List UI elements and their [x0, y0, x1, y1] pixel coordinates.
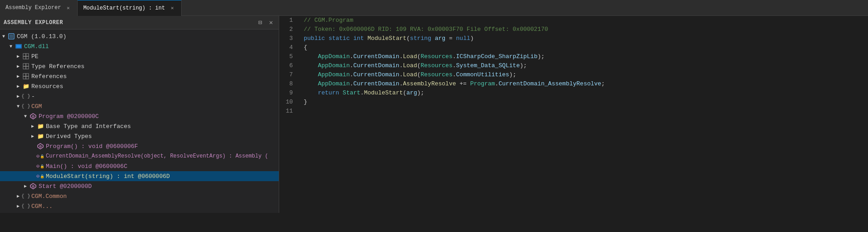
tree-item-derived-types[interactable]: ▶ 📁 Derived Types	[0, 131, 279, 141]
tree-item-assembly-resolve[interactable]: 🔒 CurrentDomain_AssemblyResolve(object, …	[0, 151, 279, 161]
method-lock-icon: 🔒	[36, 172, 44, 180]
tree-item-references[interactable]: ▶ References	[0, 71, 279, 81]
pe-icon	[22, 52, 30, 60]
method-icon	[36, 142, 44, 150]
node-label: Main() : void @0600006C	[46, 163, 127, 170]
namespace-icon: { }	[22, 192, 30, 200]
tree-item-start-class[interactable]: ▶ Start @0200000D	[0, 181, 279, 191]
tab-label: Assembly Explorer	[5, 5, 61, 11]
collapse-btn[interactable]: ⊟	[256, 19, 264, 27]
namespace-icon: { }	[22, 102, 30, 110]
code-line-5: 5 AppDomain.CurrentDomain.Load(Resources…	[279, 52, 868, 61]
svg-marker-25	[37, 176, 39, 178]
tree-item-namespace-cgm-more[interactable]: ▶ { } CGM...	[0, 201, 279, 211]
code-line-3: 3 public static int ModuleStart(string a…	[279, 34, 868, 43]
line-content: AppDomain.CurrentDomain.Load(Resources.S…	[302, 61, 868, 70]
type-refs-icon	[22, 62, 30, 70]
main-area: Assembly Explorer ⊟ ✕ ▼ CGM (1.0.13.0)	[0, 16, 868, 213]
svg-rect-6	[23, 56, 26, 59]
tab-module-start[interactable]: ModuleStart(string) : int ✕	[78, 0, 182, 16]
svg-rect-10	[23, 66, 26, 69]
node-label: ModuleStart(string) : int @0600006D	[46, 173, 170, 180]
node-label: Program @0200000C	[39, 113, 99, 120]
line-content: AppDomain.CurrentDomain.Load(Resources.I…	[302, 52, 868, 61]
tab-close-module-start[interactable]: ✕	[168, 5, 176, 12]
tree-area[interactable]: ▼ CGM (1.0.13.0) ▼ CGM.dll	[0, 30, 279, 213]
svg-rect-12	[23, 74, 26, 76]
node-label: PE	[31, 53, 39, 60]
svg-rect-7	[26, 56, 29, 59]
node-label: Resources	[31, 83, 63, 90]
code-line-9: 9 return Start.ModuleStart(arg);	[279, 89, 868, 98]
tree-item-base-types[interactable]: ▶ 📁 Base Type and Interfaces	[0, 121, 279, 131]
expand-icon: ▶	[15, 83, 22, 90]
expand-icon: ▶	[22, 183, 29, 190]
node-label: Derived Types	[46, 133, 92, 140]
tree-item-type-refs[interactable]: ▶ Type References	[0, 61, 279, 71]
line-content: return Start.ModuleStart(arg);	[302, 89, 868, 98]
node-label: CurrentDomain_AssemblyResolve(object, Re…	[46, 153, 268, 159]
tree-item-module-start[interactable]: 🔒 ModuleStart(string) : int @0600006D	[0, 171, 279, 181]
code-panel: 1 // CGM.Program 2 // Token: 0x0600006D …	[279, 16, 868, 213]
svg-rect-4	[23, 54, 26, 56]
tree-item-namespace-cgm[interactable]: ▼ { } CGM	[0, 101, 279, 111]
node-label: CGM.Common	[31, 193, 67, 200]
line-number: 8	[279, 79, 302, 89]
line-number: 3	[279, 34, 302, 43]
node-label: -	[31, 93, 35, 100]
tree-item-pe[interactable]: ▶ PE	[0, 51, 279, 61]
tree-item-main[interactable]: 🔒 Main() : void @0600006C	[0, 161, 279, 171]
tree-item-brace-dash[interactable]: ▶ { } -	[0, 91, 279, 101]
panel-header: Assembly Explorer ⊟ ✕	[0, 16, 279, 30]
namespace-icon: { }	[22, 92, 30, 100]
svg-rect-15	[26, 76, 29, 79]
node-label: Type References	[31, 63, 84, 70]
line-number: 10	[279, 98, 302, 107]
module-icon	[15, 42, 23, 50]
node-label: Start @0200000D	[39, 183, 92, 190]
node-label: CGM	[31, 103, 42, 110]
code-area[interactable]: 1 // CGM.Program 2 // Token: 0x0600006D …	[279, 16, 868, 213]
tree-item-ctor[interactable]: Program() : void @0600006F	[0, 141, 279, 151]
line-content: // Token: 0x0600006D RID: 109 RVA: 0x000…	[302, 25, 868, 34]
tree-item-cgm-assembly[interactable]: ▼ CGM (1.0.13.0)	[0, 31, 279, 41]
tab-close-assembly[interactable]: ✕	[64, 4, 72, 11]
code-line-4: 4 {	[279, 43, 868, 52]
folder-icon: 📁	[36, 122, 44, 130]
folder-icon: 📁	[22, 82, 30, 90]
svg-rect-5	[26, 54, 29, 56]
namespace-icon: { }	[22, 202, 30, 210]
node-label: CGM (1.0.13.0)	[17, 33, 66, 40]
expand-icon: ▼	[0, 33, 7, 40]
expand-icon: ▶	[29, 123, 36, 130]
line-number: 7	[279, 70, 302, 79]
tab-bar: Assembly Explorer ✕ ModuleStart(string) …	[0, 0, 868, 16]
code-line-10: 10 }	[279, 98, 868, 107]
line-content: }	[302, 98, 868, 107]
tree-item-resources[interactable]: ▶ 📁 Resources	[0, 81, 279, 91]
tab-assembly-explorer[interactable]: Assembly Explorer ✕	[0, 0, 78, 16]
tree-item-cgm-dll[interactable]: ▼ CGM.dll	[0, 41, 279, 51]
expand-icon: ▼	[7, 43, 15, 50]
expand-icon: ▶	[15, 93, 22, 100]
expand-icon: ▼	[22, 113, 29, 120]
line-number: 1	[279, 16, 302, 25]
expand-icon: ▶	[15, 73, 22, 80]
svg-marker-21	[37, 156, 39, 158]
svg-rect-14	[23, 76, 26, 79]
svg-marker-23	[37, 166, 39, 168]
code-line-1: 1 // CGM.Program	[279, 16, 868, 25]
app-container: Assembly Explorer ✕ ModuleStart(string) …	[0, 0, 868, 213]
class-icon	[29, 182, 37, 190]
line-number: 5	[279, 52, 302, 61]
code-line-8: 8 AppDomain.CurrentDomain.AssemblyResolv…	[279, 79, 868, 89]
tree-item-namespace-cgm-common[interactable]: ▶ { } CGM.Common	[0, 191, 279, 201]
close-panel-btn[interactable]: ✕	[267, 19, 275, 27]
line-content: AppDomain.CurrentDomain.AssemblyResolve …	[302, 79, 868, 89]
code-line-7: 7 AppDomain.CurrentDomain.Load(Resources…	[279, 70, 868, 79]
tree-item-program-class[interactable]: ▼ Program @0200000C	[0, 111, 279, 121]
svg-rect-3	[16, 45, 21, 48]
svg-rect-11	[26, 66, 29, 69]
line-content: // CGM.Program	[302, 16, 868, 25]
expand-icon: ▶	[15, 63, 22, 70]
